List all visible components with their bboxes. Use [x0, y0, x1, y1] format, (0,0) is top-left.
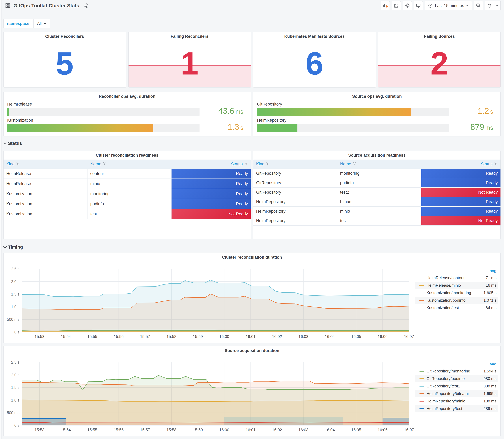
legend-series-avg: 1.594 s — [483, 369, 496, 374]
chevron-down-icon — [3, 245, 7, 248]
stat-panel: Cluster Reconcilers5 — [3, 32, 126, 87]
legend-row[interactable]: HelmRepository/minio108 ms — [415, 397, 498, 405]
table-row: HelmRepositoryminioReady — [253, 207, 501, 216]
panel-title[interactable]: Cluster Reconcilers — [3, 32, 126, 39]
gauge-row: Kustomization1.3s — [7, 118, 247, 132]
time-range-picker[interactable]: Last 15 minutes — [425, 1, 472, 10]
gauge-fill — [7, 108, 9, 116]
section-timing[interactable]: Timing — [3, 243, 501, 251]
gauge-value-unit: s — [240, 124, 243, 131]
status-badge: Ready — [172, 189, 251, 199]
legend-series-name: Kustomization/monitoring — [426, 291, 483, 295]
gauge-track — [7, 108, 199, 116]
legend-avg-header: avg — [415, 267, 498, 274]
svg-text:500 ms: 500 ms — [7, 317, 19, 321]
column-header-status[interactable]: Status — [421, 162, 501, 166]
dashboard-settings-button[interactable] — [403, 1, 412, 10]
column-header-label: Name — [90, 162, 101, 166]
share-icon[interactable] — [83, 3, 88, 8]
svg-text:15:59: 15:59 — [193, 427, 203, 432]
column-header-kind[interactable]: Kind — [253, 162, 337, 166]
cell-kind: HelmRelease — [3, 169, 87, 179]
panel-title[interactable]: Cluster reconciliation readiness — [3, 151, 251, 158]
status-badge: Ready — [421, 178, 501, 187]
table-row: HelmReleasecontourReady — [3, 169, 251, 179]
svg-text:15:57: 15:57 — [140, 334, 150, 339]
timing-charts: Cluster reconciliation duration0 s500 ms… — [3, 253, 501, 436]
legend-series-swatch — [419, 278, 424, 278]
legend-series-swatch — [419, 371, 424, 372]
svg-text:16:03: 16:03 — [298, 334, 308, 339]
cycle-view-mode-button[interactable] — [414, 1, 423, 10]
save-dashboard-button[interactable] — [392, 1, 401, 10]
panel-title[interactable]: Failing Sources — [378, 32, 501, 39]
svg-text:15:59: 15:59 — [193, 334, 203, 339]
legend-series-avg: 289 ms — [483, 406, 496, 411]
legend-series-name: HelmRelease/contour — [426, 276, 486, 280]
chart-legend: avgGitRepository/monitoring1.594 sGitRep… — [415, 353, 501, 436]
legend-series-avg: 108 ms — [483, 399, 496, 403]
column-header-label: Status — [231, 162, 243, 166]
gauge-fill — [7, 124, 153, 132]
status-badge: Ready — [421, 207, 501, 216]
svg-text:15:56: 15:56 — [114, 427, 124, 432]
refresh-button[interactable] — [485, 1, 494, 10]
legend-row[interactable]: GitRepository/podinfo980 ms — [415, 375, 498, 382]
legend-row[interactable]: HelmRepository/bitnami1.695 s — [415, 390, 498, 397]
cell-name: test2 — [337, 188, 421, 197]
panel-title[interactable]: Cluster reconciliation duration — [3, 253, 501, 260]
panel-title[interactable]: Failing Reconcilers — [129, 32, 251, 39]
add-panel-button[interactable] — [381, 1, 390, 10]
svg-text:16:00: 16:00 — [219, 427, 229, 432]
stat-value: 2 — [378, 48, 501, 80]
namespace-variable-select[interactable]: All — [34, 19, 50, 28]
svg-text:15:55: 15:55 — [87, 334, 97, 339]
column-header-name[interactable]: Name — [337, 162, 421, 166]
refresh-button-group — [485, 1, 501, 10]
panel-title[interactable]: Source acquisition duration — [3, 346, 501, 353]
legend-row[interactable]: HelmRepository/test289 ms — [415, 405, 498, 412]
gauge-track — [257, 108, 449, 116]
legend-series-name: GitRepository/podinfo — [426, 376, 483, 381]
time-series-svg[interactable]: 0 s500 ms1.0 s1.5 s2.0 s2.5 s15:5315:541… — [3, 260, 415, 342]
filter-funnel-icon[interactable] — [494, 162, 498, 166]
panel-title[interactable]: Source acquisition readiness — [253, 151, 501, 158]
legend-row[interactable]: GitRepository/monitoring1.594 s — [415, 367, 498, 375]
legend-row[interactable]: GitRepository/test2338 ms — [415, 382, 498, 390]
gauge-body: HelmRelease43.6msKustomization1.3s — [3, 99, 251, 132]
cell-name: test — [87, 209, 172, 219]
filter-funnel-icon[interactable] — [16, 162, 20, 166]
filter-funnel-icon[interactable] — [266, 162, 270, 166]
legend-series-avg: 84 ms — [486, 305, 496, 310]
legend-series-swatch — [419, 285, 424, 286]
legend-row[interactable]: HelmRelease/contour71 ms — [415, 274, 498, 282]
refresh-interval-button[interactable] — [494, 1, 501, 10]
svg-text:0 s: 0 s — [14, 330, 19, 334]
time-series-svg[interactable]: 0 s500 ms1.0 s1.5 s2.0 s2.5 s15:5315:541… — [3, 353, 415, 436]
legend-row[interactable]: Kustomization/test84 ms — [415, 304, 498, 312]
cell-name: minio — [337, 207, 421, 216]
panel-title[interactable]: Kubernetes Manifests Sources — [253, 32, 376, 39]
filter-funnel-icon[interactable] — [103, 162, 107, 166]
legend-row[interactable]: Kustomization/podinfo1.071 s — [415, 297, 498, 304]
column-header-name[interactable]: Name — [87, 162, 172, 166]
chart-body: 0 s500 ms1.0 s1.5 s2.0 s2.5 s15:5315:541… — [3, 353, 501, 436]
legend-row[interactable]: HelmRelease/minio16 ms — [415, 282, 498, 289]
legend-row[interactable]: Kustomization/monitoring1.605 s — [415, 289, 498, 297]
svg-text:2.5 s: 2.5 s — [11, 360, 19, 364]
filter-funnel-icon[interactable] — [353, 162, 356, 166]
stat-panel: Kubernetes Manifests Sources6 — [253, 32, 376, 87]
column-header-kind[interactable]: Kind — [3, 162, 87, 166]
cell-kind: GitRepository — [253, 178, 337, 187]
panel-title[interactable]: Reconciler ops avg. duration — [3, 92, 251, 99]
column-header-status[interactable]: Status — [172, 162, 251, 166]
section-status[interactable]: Status — [3, 139, 501, 147]
svg-text:16:02: 16:02 — [272, 427, 282, 432]
namespace-variable-label[interactable]: namespace — [3, 19, 33, 28]
legend-series-swatch — [419, 393, 424, 394]
gauge-panels-row: Reconciler ops avg. durationHelmRelease4… — [3, 92, 501, 136]
panel-title[interactable]: Source ops avg. duration — [253, 92, 501, 99]
legend-series-swatch — [419, 401, 424, 402]
filter-funnel-icon[interactable] — [244, 162, 248, 166]
zoom-out-button[interactable] — [474, 1, 483, 10]
